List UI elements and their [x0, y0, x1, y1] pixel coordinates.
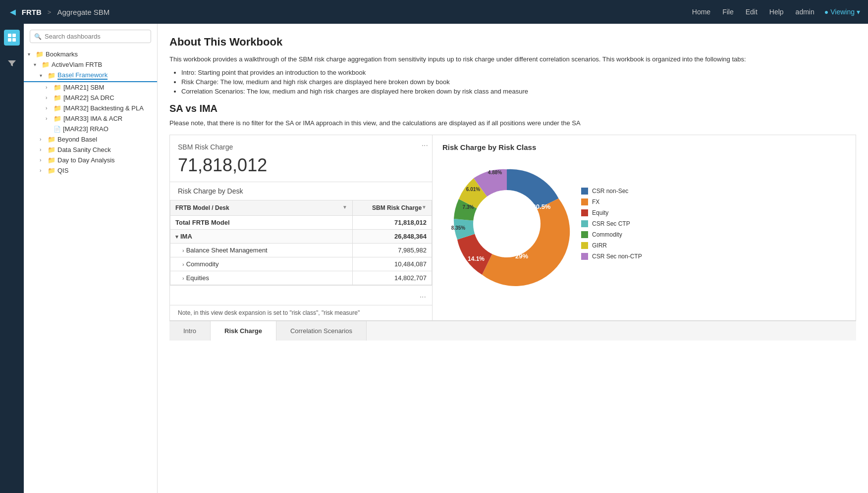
legend-color — [581, 253, 588, 260]
toggle-icon: › — [40, 168, 46, 173]
tree-mar33[interactable]: › 📁 [MAR33] IMA & ACR — [24, 113, 157, 124]
tree-label: [MAR21] SBM — [63, 84, 104, 91]
tree-mar22[interactable]: › 📁 [MAR22] SA DRC — [24, 93, 157, 103]
tabs-bar: Intro Risk Charge Correlation Scenarios — [169, 321, 856, 341]
expand-icon[interactable]: › — [182, 261, 184, 267]
sidebar: 🔍 ▾ 📁 Bookmarks ▾ 📁 ActiveViam FRTB ▾ 📁 … — [24, 24, 158, 493]
left-panel: ... SBM Risk Charge 71,818,012 Risk Char… — [170, 135, 433, 320]
legend-item-csr-nonsec: CSR non-Sec — [581, 188, 642, 195]
tree-qis[interactable]: › 📁 QIS — [24, 165, 157, 176]
toggle-icon: › — [40, 157, 46, 163]
folder-icon: 📁 — [48, 136, 55, 143]
nav-home[interactable]: Home — [692, 8, 710, 16]
tree-mar32[interactable]: › 📁 [MAR32] Backtesting & PLA — [24, 103, 157, 113]
donut-chart: 30.5% 29% 14.1% 8.35% 7.3% 6.01% 4.88% — [442, 159, 571, 288]
toggle-icon: › — [46, 85, 52, 90]
folder-icon: 📁 — [54, 115, 61, 122]
row-group-value: 26,848,364 — [353, 229, 432, 243]
search-icon: 🔍 — [34, 33, 42, 40]
row-child-value: 7,985,982 — [353, 243, 432, 257]
tree-day-to-day[interactable]: › 📁 Day to Day Analysis — [24, 155, 157, 165]
toggle-icon: › — [46, 116, 52, 121]
viewing-label: Viewing — [830, 8, 855, 16]
viewing-mode[interactable]: ● Viewing ▾ — [824, 8, 860, 16]
panel-more-bottom[interactable]: ... — [420, 291, 426, 299]
svg-rect-1 — [12, 34, 16, 37]
row-child-value: 10,484,087 — [353, 257, 432, 271]
expand-icon[interactable]: › — [182, 247, 184, 253]
tree-bookmarks[interactable]: ▾ 📁 Bookmarks — [24, 49, 157, 59]
tab-correlation[interactable]: Correlation Scenarios — [276, 321, 367, 341]
legend-color — [581, 231, 588, 238]
nav-links: Home File Edit Help — [692, 8, 784, 16]
brand-name: FRTB — [22, 8, 42, 16]
chart-legend: CSR non-Sec FX Equity CSR Sec CTP — [581, 188, 642, 260]
content-area: About This Workbook This workbook provid… — [158, 24, 868, 493]
tree-label: ActiveViam FRTB — [52, 61, 102, 68]
dashboard-icon[interactable] — [4, 30, 20, 46]
legend-color — [581, 220, 588, 227]
nav-help[interactable]: Help — [769, 8, 784, 16]
folder-icon: 📁 — [48, 72, 55, 79]
expand-icon[interactable]: ▾ — [175, 234, 178, 240]
folder-icon: 📁 — [54, 104, 61, 112]
note-text: Note, in this view desk expansion is set… — [170, 305, 432, 320]
tree-label: Data Sanity Check — [57, 146, 111, 153]
tree-basel-framework[interactable]: ▾ 📁 Basel Framework — [24, 70, 157, 82]
tree-activeviam[interactable]: ▾ 📁 ActiveViam FRTB — [24, 59, 157, 70]
sa-vs-ima-title: SA vs IMA — [169, 103, 856, 114]
tree-label: [MAR32] Backtesting & PLA — [63, 104, 144, 112]
nav-file[interactable]: File — [722, 8, 734, 16]
col-value[interactable]: SBM Risk Charge ▼ — [353, 200, 432, 215]
top-nav: ◄ FRTB > Aggregate SBM Home File Edit He… — [0, 0, 868, 24]
toggle-icon: ▾ — [34, 62, 40, 67]
folder-icon: 📁 — [36, 50, 44, 58]
legend-color — [581, 242, 588, 249]
right-panel: Risk Charge by Risk Class — [433, 135, 856, 320]
svg-rect-3 — [12, 38, 16, 42]
logo-icon: ◄ — [8, 6, 18, 18]
tree-label: Basel Framework — [57, 71, 108, 80]
legend-label: CSR non-Sec — [592, 188, 628, 195]
row-total-value: 71,818,012 — [353, 215, 432, 229]
legend-label: GIRR — [592, 242, 607, 249]
about-desc: This workbook provides a walkthrough of … — [169, 54, 856, 65]
tab-risk-charge[interactable]: Risk Charge — [211, 321, 276, 341]
folder-icon: 📁 — [42, 61, 50, 68]
toggle-icon: › — [46, 95, 52, 100]
chart-title: Risk Charge by Risk Class — [442, 143, 846, 151]
nav-edit[interactable]: Edit — [746, 8, 758, 16]
tab-intro[interactable]: Intro — [169, 321, 211, 341]
legend-color — [581, 198, 588, 205]
legend-label: Equity — [592, 209, 608, 216]
sbm-risk-label: SBM Risk Charge — [170, 135, 432, 153]
legend-label: CSR Sec non-CTP — [592, 253, 642, 260]
legend-label: CSR Sec CTP — [592, 220, 630, 227]
legend-item-commodity: Commodity — [581, 231, 642, 238]
filter-icon[interactable] — [4, 55, 20, 71]
svg-text:6.01%: 6.01% — [466, 187, 480, 192]
svg-text:4.88%: 4.88% — [488, 170, 502, 175]
row-child-label: ›Equities — [170, 271, 353, 285]
toggle-icon: › — [40, 147, 46, 152]
bullet-list: Intro: Starting point that provides an i… — [169, 69, 856, 95]
row-child-label: ›Commodity — [170, 257, 353, 271]
tree-mar21[interactable]: › 📁 [MAR21] SBM — [24, 82, 157, 93]
folder-icon: 📁 — [48, 156, 55, 164]
table-row: ›Balance Sheet Management 7,985,982 — [170, 243, 432, 257]
search-box[interactable]: 🔍 — [30, 30, 151, 43]
tree-data-sanity[interactable]: › 📁 Data Sanity Check — [24, 145, 157, 155]
search-input[interactable] — [45, 33, 147, 40]
expand-icon[interactable]: › — [182, 275, 184, 281]
row-total-label: Total FRTB Model — [170, 215, 353, 229]
col-desk[interactable]: FRTB Model / Desk ▼ — [170, 200, 353, 215]
tree-label: [MAR22] SA DRC — [63, 94, 114, 101]
panel-more-button[interactable]: ... — [422, 139, 428, 148]
viewing-dropdown-icon[interactable]: ▾ — [857, 8, 860, 16]
tree-mar23[interactable]: 📄 [MAR23] RRAO — [24, 124, 157, 134]
table-row: Total FRTB Model 71,818,012 — [170, 215, 432, 229]
folder-icon: 📁 — [54, 94, 61, 101]
tree-beyond-basel[interactable]: › 📁 Beyond Basel — [24, 134, 157, 145]
table-row: ›Equities 14,802,707 — [170, 271, 432, 285]
legend-label: Commodity — [592, 231, 622, 238]
